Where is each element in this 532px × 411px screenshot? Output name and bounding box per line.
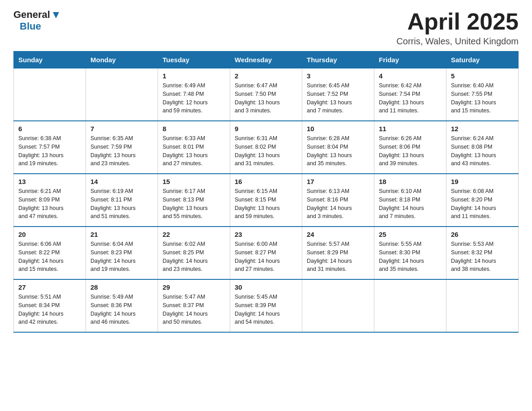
calendar-cell (302, 279, 374, 332)
day-info: Sunrise: 5:53 AM Sunset: 8:32 PM Dayligh… (451, 240, 514, 274)
day-info: Sunrise: 6:04 AM Sunset: 8:23 PM Dayligh… (90, 240, 153, 274)
day-info: Sunrise: 6:00 AM Sunset: 8:27 PM Dayligh… (235, 240, 297, 274)
calendar-cell: 16Sunrise: 6:15 AM Sunset: 8:15 PM Dayli… (230, 174, 302, 227)
day-info: Sunrise: 6:31 AM Sunset: 8:02 PM Dayligh… (235, 134, 297, 168)
day-number: 2 (235, 72, 297, 80)
calendar-cell: 4Sunrise: 6:42 AM Sunset: 7:54 PM Daylig… (374, 68, 446, 121)
calendar-cell: 13Sunrise: 6:21 AM Sunset: 8:09 PM Dayli… (14, 174, 86, 227)
calendar-table: SundayMondayTuesdayWednesdayThursdayFrid… (13, 51, 519, 333)
calendar-body: 1Sunrise: 6:49 AM Sunset: 7:48 PM Daylig… (14, 68, 519, 333)
calendar-cell: 23Sunrise: 6:00 AM Sunset: 8:27 PM Dayli… (230, 227, 302, 279)
calendar-cell (14, 68, 86, 121)
calendar-cell: 19Sunrise: 6:08 AM Sunset: 8:20 PM Dayli… (446, 174, 519, 227)
day-number: 12 (451, 125, 514, 133)
day-info: Sunrise: 6:24 AM Sunset: 8:08 PM Dayligh… (451, 134, 514, 168)
day-number: 26 (451, 231, 514, 238)
day-number: 25 (379, 231, 442, 238)
day-info: Sunrise: 6:47 AM Sunset: 7:50 PM Dayligh… (235, 81, 297, 115)
calendar-week-row: 20Sunrise: 6:06 AM Sunset: 8:22 PM Dayli… (14, 227, 519, 279)
calendar-cell: 10Sunrise: 6:28 AM Sunset: 8:04 PM Dayli… (302, 121, 374, 174)
weekday-header-wednesday: Wednesday (230, 51, 302, 68)
day-number: 15 (163, 178, 225, 185)
day-number: 16 (235, 178, 297, 185)
calendar-cell: 26Sunrise: 5:53 AM Sunset: 8:32 PM Dayli… (446, 227, 519, 279)
location-title: Corris, Wales, United Kingdom (396, 36, 519, 47)
logo: General Blue (13, 9, 61, 32)
calendar-header: SundayMondayTuesdayWednesdayThursdayFrid… (14, 51, 519, 68)
day-number: 23 (235, 231, 297, 238)
day-number: 14 (90, 178, 153, 185)
weekday-header-tuesday: Tuesday (158, 51, 230, 68)
calendar-week-row: 1Sunrise: 6:49 AM Sunset: 7:48 PM Daylig… (14, 68, 519, 121)
calendar-cell: 7Sunrise: 6:35 AM Sunset: 7:59 PM Daylig… (86, 121, 158, 174)
day-number: 20 (18, 231, 81, 238)
calendar-cell (86, 68, 158, 121)
logo-triangle-icon (51, 10, 61, 20)
weekday-header-row: SundayMondayTuesdayWednesdayThursdayFrid… (14, 51, 519, 68)
day-info: Sunrise: 6:35 AM Sunset: 7:59 PM Dayligh… (90, 134, 153, 168)
day-number: 27 (18, 283, 81, 291)
day-number: 11 (379, 125, 442, 133)
calendar-week-row: 6Sunrise: 6:38 AM Sunset: 7:57 PM Daylig… (14, 121, 519, 174)
calendar-cell: 22Sunrise: 6:02 AM Sunset: 8:25 PM Dayli… (158, 227, 230, 279)
day-info: Sunrise: 6:06 AM Sunset: 8:22 PM Dayligh… (18, 240, 81, 274)
day-info: Sunrise: 6:02 AM Sunset: 8:25 PM Dayligh… (163, 240, 225, 274)
day-number: 22 (163, 231, 225, 238)
day-number: 19 (451, 178, 514, 185)
day-info: Sunrise: 5:49 AM Sunset: 8:36 PM Dayligh… (90, 293, 153, 326)
day-info: Sunrise: 5:55 AM Sunset: 8:30 PM Dayligh… (379, 240, 442, 274)
calendar-cell: 14Sunrise: 6:19 AM Sunset: 8:11 PM Dayli… (86, 174, 158, 227)
logo-text-general: General (13, 9, 50, 21)
calendar-cell: 3Sunrise: 6:45 AM Sunset: 7:52 PM Daylig… (302, 68, 374, 121)
calendar-cell: 20Sunrise: 6:06 AM Sunset: 8:22 PM Dayli… (14, 227, 86, 279)
day-info: Sunrise: 6:15 AM Sunset: 8:15 PM Dayligh… (235, 187, 297, 221)
day-info: Sunrise: 6:13 AM Sunset: 8:16 PM Dayligh… (307, 187, 369, 221)
weekday-header-thursday: Thursday (302, 51, 374, 68)
calendar-cell: 27Sunrise: 5:51 AM Sunset: 8:34 PM Dayli… (14, 279, 86, 332)
day-number: 18 (379, 178, 442, 185)
calendar-cell: 21Sunrise: 6:04 AM Sunset: 8:23 PM Dayli… (86, 227, 158, 279)
calendar-cell: 25Sunrise: 5:55 AM Sunset: 8:30 PM Dayli… (374, 227, 446, 279)
day-info: Sunrise: 6:42 AM Sunset: 7:54 PM Dayligh… (379, 81, 442, 115)
weekday-header-friday: Friday (374, 51, 446, 68)
day-info: Sunrise: 6:21 AM Sunset: 8:09 PM Dayligh… (18, 187, 81, 221)
day-number: 5 (451, 72, 514, 80)
day-info: Sunrise: 5:51 AM Sunset: 8:34 PM Dayligh… (18, 293, 81, 326)
day-number: 24 (307, 231, 369, 238)
day-info: Sunrise: 6:10 AM Sunset: 8:18 PM Dayligh… (379, 187, 442, 221)
weekday-header-saturday: Saturday (446, 51, 519, 68)
calendar-cell: 11Sunrise: 6:26 AM Sunset: 8:06 PM Dayli… (374, 121, 446, 174)
day-info: Sunrise: 6:45 AM Sunset: 7:52 PM Dayligh… (307, 81, 369, 115)
day-info: Sunrise: 6:38 AM Sunset: 7:57 PM Dayligh… (18, 134, 81, 168)
day-number: 1 (163, 72, 225, 80)
calendar-cell: 29Sunrise: 5:47 AM Sunset: 8:37 PM Dayli… (158, 279, 230, 332)
day-info: Sunrise: 6:17 AM Sunset: 8:13 PM Dayligh… (163, 187, 225, 221)
calendar-cell: 28Sunrise: 5:49 AM Sunset: 8:36 PM Dayli… (86, 279, 158, 332)
weekday-header-monday: Monday (86, 51, 158, 68)
calendar-cell: 15Sunrise: 6:17 AM Sunset: 8:13 PM Dayli… (158, 174, 230, 227)
day-number: 8 (163, 125, 225, 133)
day-info: Sunrise: 5:47 AM Sunset: 8:37 PM Dayligh… (163, 293, 225, 326)
day-number: 17 (307, 178, 369, 185)
day-number: 29 (163, 283, 225, 291)
calendar-cell: 18Sunrise: 6:10 AM Sunset: 8:18 PM Dayli… (374, 174, 446, 227)
calendar-cell: 24Sunrise: 5:57 AM Sunset: 8:29 PM Dayli… (302, 227, 374, 279)
day-info: Sunrise: 5:45 AM Sunset: 8:39 PM Dayligh… (235, 293, 297, 326)
calendar-week-row: 13Sunrise: 6:21 AM Sunset: 8:09 PM Dayli… (14, 174, 519, 227)
logo-icon: General Blue (13, 9, 61, 32)
day-info: Sunrise: 6:08 AM Sunset: 8:20 PM Dayligh… (451, 187, 514, 221)
calendar-cell: 12Sunrise: 6:24 AM Sunset: 8:08 PM Dayli… (446, 121, 519, 174)
calendar-cell (374, 279, 446, 332)
day-number: 9 (235, 125, 297, 133)
day-info: Sunrise: 5:57 AM Sunset: 8:29 PM Dayligh… (307, 240, 369, 274)
page-header: General Blue April 2025 Corris, Wales, U… (13, 9, 519, 47)
calendar-cell: 2Sunrise: 6:47 AM Sunset: 7:50 PM Daylig… (230, 68, 302, 121)
calendar-cell: 30Sunrise: 5:45 AM Sunset: 8:39 PM Dayli… (230, 279, 302, 332)
calendar-cell (446, 279, 519, 332)
calendar-cell: 17Sunrise: 6:13 AM Sunset: 8:16 PM Dayli… (302, 174, 374, 227)
day-info: Sunrise: 6:40 AM Sunset: 7:55 PM Dayligh… (451, 81, 514, 115)
title-block: April 2025 Corris, Wales, United Kingdom (396, 9, 519, 47)
day-number: 30 (235, 283, 297, 291)
day-number: 6 (18, 125, 81, 133)
day-info: Sunrise: 6:49 AM Sunset: 7:48 PM Dayligh… (163, 81, 225, 115)
